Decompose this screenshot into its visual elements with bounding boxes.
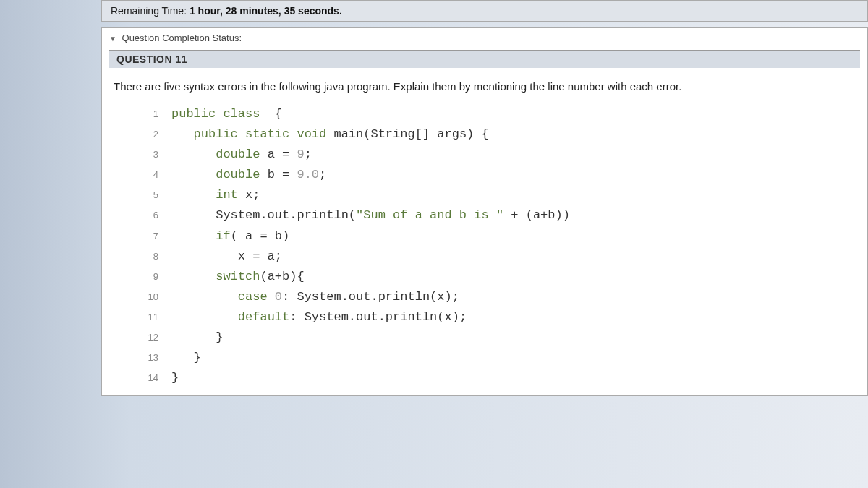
line-number: 2 [138, 127, 158, 142]
code-content: double b = 9.0; [171, 168, 326, 181]
line-number: 4 [138, 167, 158, 182]
line-number: 7 [138, 228, 158, 244]
code-line: 9 switch(a+b){ [138, 267, 860, 287]
code-line: 11 default: System.out.println(x); [138, 307, 860, 328]
line-number: 5 [138, 187, 158, 202]
code-content: } [171, 371, 179, 385]
code-content: case 0: System.out.println(x); [171, 290, 459, 304]
code-content: } [171, 330, 223, 344]
code-content: public class { [171, 107, 282, 121]
code-line: 5 int x; [138, 185, 860, 205]
code-block: 1public class {2 public static void main… [109, 104, 860, 388]
line-number: 9 [138, 269, 158, 284]
code-line: 12 } [138, 328, 860, 348]
status-label: Question Completion Status: [122, 33, 242, 43]
completion-status-bar[interactable]: ▼ Question Completion Status: [101, 27, 868, 48]
question-panel: QUESTION 11 There are five syntax errors… [101, 48, 868, 396]
line-number: 1 [138, 106, 158, 121]
code-line: 13 } [138, 348, 860, 368]
code-content: default: System.out.println(x); [171, 310, 467, 324]
line-number: 14 [138, 370, 158, 385]
code-line: 2 public static void main(String[] args)… [138, 124, 860, 145]
code-line: 6 System.out.println("Sum of a and b is … [138, 205, 860, 226]
line-number: 8 [138, 249, 158, 264]
question-number-header: QUESTION 11 [109, 50, 860, 68]
code-line: 7 if( a = b) [138, 226, 860, 247]
code-line: 8 x = a; [138, 247, 860, 267]
code-content: double a = 9; [171, 147, 312, 161]
line-number: 11 [138, 309, 158, 325]
code-line: 3 double a = 9; [138, 145, 860, 165]
line-number: 10 [138, 289, 158, 304]
code-content: System.out.println("Sum of a and b is " … [171, 208, 570, 222]
code-content: x = a; [171, 249, 282, 263]
code-line: 14} [138, 368, 860, 388]
code-content: int x; [171, 188, 260, 202]
code-content: public static void main(String[] args) { [171, 127, 489, 141]
code-content: if( a = b) [171, 229, 289, 243]
code-line: 4 double b = 9.0; [138, 165, 860, 185]
code-content: } [171, 351, 201, 364]
timer-label: Remaining Time: [111, 5, 187, 17]
line-number: 6 [138, 207, 158, 223]
code-line: 1public class { [138, 104, 860, 124]
remaining-time-bar: Remaining Time: 1 hour, 28 minutes, 35 s… [101, 0, 868, 22]
line-number: 13 [138, 350, 158, 365]
code-content: switch(a+b){ [171, 270, 305, 283]
code-line: 10 case 0: System.out.println(x); [138, 287, 860, 307]
timer-value: 1 hour, 28 minutes, 35 seconds. [190, 5, 342, 17]
question-prompt: There are five syntax errors in the foll… [109, 77, 860, 104]
chevron-down-icon: ▼ [109, 35, 116, 43]
line-number: 12 [138, 330, 158, 345]
line-number: 3 [138, 147, 158, 162]
